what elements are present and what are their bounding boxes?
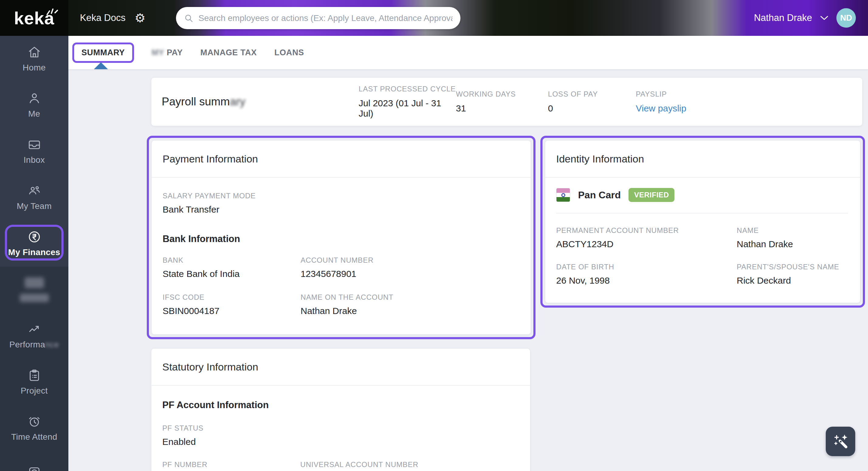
field-date-of-birth: DATE OF BIRTH 26 Nov, 1998: [556, 263, 737, 286]
field-parent-spouse-name: PARENT'S/SPOUSE'S NAME Rick Deckard: [737, 263, 848, 286]
field-pan-number: PERMANENT ACCOUNT NUMBER ABCTY1234D: [556, 226, 737, 249]
pf-account-heading: PF Account Information: [162, 400, 519, 411]
stat-payslip: PAYSLIP View payslip: [636, 90, 686, 113]
sidebar-item-label: My Finances: [8, 247, 60, 257]
identity-info-annotation: Identity Information Pan Card VERIFIED: [540, 136, 865, 308]
user-name: Nathan Drake: [754, 12, 812, 23]
field-salary-payment-mode: SALARY PAYMENT MODE Bank Transfer: [163, 192, 520, 215]
stat-working-days: WORKING DAYS 31: [456, 90, 548, 113]
view-payslip-link[interactable]: View payslip: [636, 103, 686, 113]
field-pf-number: PF NUMBER 432432143244343: [162, 460, 300, 471]
sidebar-item-inbox[interactable]: Inbox: [0, 128, 68, 174]
sidebar-item-performance[interactable]: Performance: [0, 313, 68, 359]
search-input[interactable]: [198, 13, 453, 23]
global-search[interactable]: [176, 7, 460, 29]
field-name: NAME Nathan Drake: [737, 226, 848, 249]
sidebar-item-payroll-partial[interactable]: [0, 451, 68, 471]
team-icon: [27, 184, 41, 198]
magic-wand-icon: [832, 433, 849, 450]
bank-information-heading: Bank Information: [163, 234, 520, 244]
sidebar-item-label: Project: [21, 386, 48, 396]
clipboard-icon: [27, 368, 41, 382]
payroll-icon: [27, 466, 41, 471]
avatar[interactable]: ND: [836, 8, 856, 28]
field-bank: BANK State Bank of India: [163, 256, 301, 279]
india-flag-icon: [556, 188, 570, 202]
sidebar-item-label: My Team: [17, 201, 52, 211]
stat-loss-of-pay: LOSS OF PAY 0: [548, 90, 636, 113]
field-pf-status: PF STATUS Enabled: [162, 424, 519, 447]
active-tab-indicator: [94, 62, 108, 69]
page-content: Payroll summary LAST PROCESSED CYCLE Jul…: [68, 69, 868, 471]
home-icon: [27, 45, 41, 59]
sidebar-item-me[interactable]: Me: [0, 82, 68, 128]
redacted-icon: [25, 277, 44, 288]
identity-info-title: Identity Information: [556, 153, 644, 165]
divider: [556, 213, 848, 213]
payroll-summary-title: Payroll summary: [162, 95, 359, 108]
field-account-number: ACCOUNT NUMBER 12345678901: [301, 256, 520, 279]
keka-app: keka Keka Docs ⚙ Nathan Drake ND: [0, 0, 868, 471]
sidebar-lower: Performance Project Time Attend: [0, 267, 68, 471]
pan-card-row: Pan Card VERIFIED: [556, 188, 848, 202]
main-area: SUMMARY MY PAY MANAGE TAX LOANS Payroll …: [68, 36, 868, 471]
payment-info-body: SALARY PAYMENT MODE Bank Transfer Bank I…: [152, 178, 531, 334]
sidebar-item-home[interactable]: Home: [0, 36, 68, 82]
search-icon: [184, 13, 194, 23]
bank-information-grid: BANK State Bank of India ACCOUNT NUMBER …: [163, 256, 520, 316]
payment-info-card: Payment Information SALARY PAYMENT MODE …: [151, 140, 531, 335]
inbox-icon: [27, 138, 41, 152]
tab-manage-tax[interactable]: MANAGE TAX: [200, 48, 257, 57]
sidebar-item-my-finances[interactable]: My Finances: [0, 221, 68, 267]
identity-info-header: Identity Information: [545, 141, 860, 178]
tab-summary[interactable]: SUMMARY: [72, 42, 134, 63]
topbar: keka Keka Docs ⚙ Nathan Drake ND: [0, 0, 868, 36]
keka-docs-link[interactable]: Keka Docs: [80, 12, 126, 23]
identity-info-card: Identity Information Pan Card VERIFIED: [545, 140, 860, 303]
statutory-info-header: Statutory Information: [151, 348, 530, 386]
field-uan: UNIVERSAL ACCOUNT NUMBER 1432434535435: [300, 460, 519, 471]
stat-last-processed-cycle: LAST PROCESSED CYCLE Jul 2023 (01 Jul - …: [359, 85, 456, 119]
topbar-left: Keka Docs ⚙: [80, 12, 146, 24]
statutory-info-body: PF Account Information PF STATUS Enabled…: [151, 386, 530, 471]
sidebar-item-label: Time Attend: [11, 432, 57, 442]
identity-grid: PERMANENT ACCOUNT NUMBER ABCTY1234D NAME…: [556, 226, 848, 286]
sidebar-item-label: Me: [28, 109, 40, 119]
user-icon: [27, 92, 41, 105]
statutory-info-title: Statutory Information: [162, 361, 258, 373]
alarm-clock-icon: [27, 414, 41, 429]
sidebar-item-time-attend[interactable]: Time Attend: [0, 405, 68, 451]
payment-info-header: Payment Information: [152, 141, 531, 178]
logo-spark-icon: [45, 5, 58, 16]
magic-wand-button[interactable]: [826, 427, 855, 456]
sidebar-upper: Home Me Inbox: [0, 36, 68, 267]
identity-info-body: Pan Card VERIFIED PERMANENT ACCOUNT NUMB…: [545, 178, 860, 303]
tab-loans[interactable]: LOANS: [274, 48, 304, 57]
tab-bar: SUMMARY MY PAY MANAGE TAX LOANS: [68, 36, 868, 69]
sidebar-item-project[interactable]: Project: [0, 359, 68, 405]
verified-badge: VERIFIED: [628, 188, 674, 202]
document-name: Pan Card: [578, 190, 621, 201]
sidebar-item-redacted[interactable]: [0, 267, 68, 313]
field-ifsc-code: IFSC CODE SBIN0004187: [163, 293, 301, 316]
keka-logo[interactable]: keka: [0, 0, 68, 36]
rupee-circle-icon: [27, 230, 41, 244]
chevron-down-icon: [820, 15, 829, 21]
sidebar-item-my-team[interactable]: My Team: [0, 174, 68, 221]
payment-info-annotation: Payment Information SALARY PAYMENT MODE …: [147, 136, 535, 339]
statutory-info-card: Statutory Information PF Account Informa…: [151, 348, 530, 471]
sidebar-item-label: Home: [23, 63, 46, 73]
user-menu[interactable]: Nathan Drake ND: [754, 0, 856, 36]
tab-my-pay[interactable]: MY PAY: [152, 48, 183, 57]
trend-up-icon: [27, 322, 41, 336]
sidebar: Home Me Inbox: [0, 36, 68, 471]
field-name-on-account: NAME ON THE ACCOUNT Nathan Drake: [301, 293, 520, 316]
pf-grid: PF NUMBER 432432143244343 UNIVERSAL ACCO…: [162, 460, 519, 471]
sidebar-item-label: Inbox: [24, 155, 45, 165]
gear-icon[interactable]: ⚙: [135, 12, 146, 24]
payment-info-title: Payment Information: [163, 153, 258, 165]
redacted-label: [20, 294, 49, 302]
payroll-summary-card: Payroll summary LAST PROCESSED CYCLE Jul…: [151, 77, 863, 126]
sidebar-item-label: Performance: [9, 340, 59, 349]
